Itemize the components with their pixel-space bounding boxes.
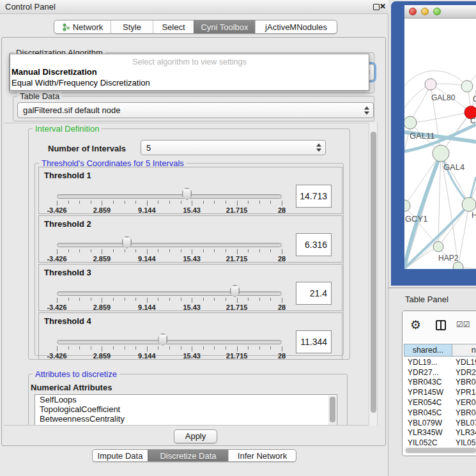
cell-shared-name[interactable]: YBR043C bbox=[404, 378, 452, 387]
threshold-1-panel: Threshold 1 -3.4262.8599.14415.4321.7152… bbox=[38, 167, 342, 214]
network-view-window[interactable]: GAL80GCGAL11GAL4GCY1HHAP2 bbox=[391, 1, 476, 286]
threshold-1-slider-track[interactable] bbox=[57, 194, 282, 199]
slider-tick bbox=[203, 249, 204, 252]
network-node[interactable] bbox=[453, 262, 463, 269]
slider-tick-label: 28 bbox=[278, 206, 286, 214]
cell-name[interactable]: YLR345W bbox=[452, 428, 476, 437]
table-panel-container: ⚙ ☑☑ shared... name YDL19...YDL19...YDR2… bbox=[402, 311, 476, 456]
slider-tick bbox=[282, 249, 282, 254]
threshold-3-value-field[interactable]: 21.4 bbox=[296, 282, 332, 305]
network-node-g[interactable] bbox=[461, 81, 473, 92]
table-scrollbar-thumb[interactable] bbox=[406, 448, 476, 453]
threshold-4-slider-track[interactable] bbox=[57, 340, 282, 344]
algorithm-dropdown-popup: Select algorithm to view settings Manual… bbox=[10, 54, 369, 91]
tab-impute-data[interactable]: Impute Data bbox=[93, 450, 148, 461]
network-node-gal11[interactable] bbox=[404, 116, 417, 129]
cell-shared-name[interactable]: YER054C bbox=[404, 398, 452, 407]
table-row[interactable]: YLR345WYLR345W bbox=[404, 428, 476, 438]
columns-icon[interactable] bbox=[436, 320, 446, 330]
table-row[interactable]: YER054CYER054C bbox=[404, 397, 476, 408]
settings-scrollbar-thumb[interactable] bbox=[371, 132, 376, 413]
table-row[interactable]: YBL079WYBL079W bbox=[404, 418, 476, 428]
slider-tick-label: -3.426 bbox=[47, 352, 66, 360]
list-item-topologicalcoefficient[interactable]: TopologicalCoefficient bbox=[35, 404, 337, 414]
threshold-1-value-field[interactable]: 14.713 bbox=[296, 185, 332, 208]
slider-tick bbox=[158, 249, 158, 252]
tab-network[interactable]: Network bbox=[54, 20, 111, 33]
slider-tick bbox=[147, 346, 148, 351]
network-window-titlebar[interactable] bbox=[404, 5, 476, 19]
table-row[interactable]: YBR045CYBR045C bbox=[404, 408, 476, 418]
slider-tick bbox=[259, 201, 260, 204]
cell-shared-name[interactable]: YIL052C bbox=[404, 438, 452, 447]
table-row[interactable]: YBR043CYBR043C bbox=[404, 378, 476, 388]
tab-jactivemnodules[interactable]: jActiveMNodules bbox=[255, 20, 337, 33]
threshold-3-label: Threshold 3 bbox=[44, 268, 91, 277]
settings-vertical-scrollbar[interactable] bbox=[369, 123, 378, 426]
table-panel-title: Table Panel bbox=[405, 295, 449, 304]
cell-shared-name[interactable]: YPR145W bbox=[404, 388, 452, 397]
number-of-intervals-combobox[interactable]: 5 bbox=[141, 140, 326, 155]
threshold-2-slider-track[interactable] bbox=[57, 243, 282, 247]
column-header-name[interactable]: name bbox=[452, 344, 476, 357]
network-node-gal4[interactable] bbox=[433, 145, 449, 162]
list-item-selfloops[interactable]: SelfLoops bbox=[35, 395, 337, 404]
list-scrollbar[interactable] bbox=[328, 395, 336, 425]
cell-shared-name[interactable]: YBR045C bbox=[404, 408, 452, 417]
cell-name[interactable]: YPR145W bbox=[452, 388, 476, 397]
table-row[interactable]: YIL052CYIL052C bbox=[404, 438, 476, 448]
network-node-gal80[interactable] bbox=[425, 79, 436, 90]
cell-name[interactable]: YBL079W bbox=[452, 418, 476, 427]
cell-name[interactable]: YBR045C bbox=[452, 408, 476, 417]
close-icon[interactable]: ✕ bbox=[380, 2, 390, 11]
list-scrollbar-thumb[interactable] bbox=[330, 397, 335, 422]
slider-tick bbox=[147, 249, 148, 254]
column-header-shared-name[interactable]: shared... bbox=[404, 344, 452, 357]
slider-tick bbox=[248, 201, 249, 204]
close-traffic-light-icon[interactable] bbox=[409, 8, 417, 15]
gear-icon[interactable]: ⚙ bbox=[410, 318, 421, 332]
tab-infer-network[interactable]: Infer Network bbox=[228, 450, 296, 461]
zoom-traffic-light-icon[interactable] bbox=[433, 8, 441, 15]
cell-name[interactable]: YDL19... bbox=[452, 358, 476, 367]
threshold-4-value-field[interactable]: 11.344 bbox=[296, 330, 332, 353]
list-item-betweennesscentrality[interactable]: BetweennessCentrality bbox=[35, 414, 337, 424]
apply-button[interactable]: Apply bbox=[174, 429, 217, 443]
dropdown-item-manual-discretization[interactable]: Manual Discretization bbox=[10, 66, 369, 77]
table-row[interactable]: YDR27...YDR27... bbox=[404, 367, 476, 378]
float-window-icon[interactable] bbox=[373, 4, 380, 10]
network-node-hap2[interactable] bbox=[433, 242, 443, 252]
cell-shared-name[interactable]: YDR27... bbox=[404, 368, 452, 377]
network-node-gcy1[interactable] bbox=[404, 200, 410, 211]
minimize-traffic-light-icon[interactable] bbox=[421, 8, 429, 15]
table-data-combobox[interactable]: galFiltered.sif default node bbox=[17, 102, 374, 118]
slider-tick bbox=[169, 346, 170, 349]
slider-tick-label: 2.859 bbox=[93, 255, 111, 263]
cell-shared-name[interactable]: YBL079W bbox=[404, 418, 452, 427]
dropdown-hint-item[interactable]: Select algorithm to view settings bbox=[10, 58, 369, 66]
cell-shared-name[interactable]: YLR345W bbox=[404, 428, 452, 437]
network-canvas[interactable]: GAL80GCGAL11GAL4GCY1HHAP2 bbox=[404, 19, 476, 269]
cell-name[interactable]: YIL052C bbox=[452, 438, 476, 447]
table-row[interactable]: YDL19...YDL19... bbox=[404, 357, 476, 367]
dropdown-item-equal-width-frequency[interactable]: Equal Width/Frequency Discretization bbox=[10, 77, 369, 88]
cell-shared-name[interactable]: YDL19... bbox=[404, 358, 452, 367]
slider-tick bbox=[102, 298, 102, 303]
tab-select[interactable]: Select bbox=[153, 20, 194, 33]
tab-discretize-data[interactable]: Discretize Data bbox=[148, 450, 228, 461]
tab-label: Cyni Toolbox bbox=[201, 22, 248, 32]
combo-stepper-icon bbox=[364, 106, 369, 114]
tab-style[interactable]: Style bbox=[111, 20, 153, 33]
cell-name[interactable]: YBR043C bbox=[452, 378, 476, 387]
network-node-h[interactable] bbox=[462, 197, 476, 211]
slider-tick bbox=[79, 346, 80, 349]
select-rows-icon[interactable]: ☑☑ bbox=[456, 320, 470, 329]
slider-tick bbox=[192, 298, 192, 303]
table-horizontal-scrollbar[interactable] bbox=[404, 447, 476, 454]
cell-name[interactable]: YDR27... bbox=[452, 368, 476, 377]
table-row[interactable]: YPR145WYPR145W bbox=[404, 387, 476, 397]
threshold-3-slider-track[interactable] bbox=[57, 291, 282, 296]
cell-name[interactable]: YER054C bbox=[452, 398, 476, 407]
tab-cyni-toolbox[interactable]: Cyni Toolbox bbox=[194, 20, 255, 33]
threshold-2-value-field[interactable]: 6.316 bbox=[296, 233, 332, 256]
